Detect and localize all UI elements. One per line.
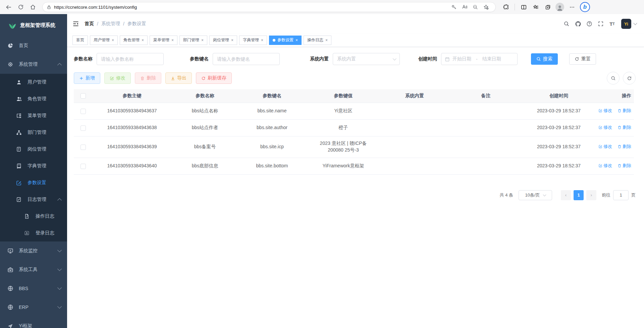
split-screen-icon[interactable] [518, 1, 530, 13]
select-all-checkbox[interactable] [80, 93, 86, 99]
row-edit-link[interactable]: 修改 [598, 124, 612, 130]
page-1-button[interactable]: 1 [574, 190, 584, 200]
tab-home[interactable]: 首页 [72, 36, 88, 45]
refresh-table-button[interactable] [623, 72, 636, 85]
param-name-input[interactable] [97, 53, 164, 65]
refresh-cache-button[interactable]: 刷新缓存 [196, 72, 232, 84]
prev-page-button[interactable]: ‹ [561, 190, 571, 200]
row-checkbox[interactable] [80, 164, 86, 169]
close-icon[interactable]: × [296, 38, 298, 43]
refresh-icon[interactable] [15, 1, 27, 13]
profile-avatar[interactable] [554, 1, 566, 13]
sidebar-item-post-mgmt[interactable]: 岗位管理 [0, 141, 67, 158]
row-delete-link[interactable]: 删除 [618, 108, 631, 114]
user-icon [16, 79, 23, 85]
page-size-select[interactable]: 10条/页 [519, 190, 552, 200]
close-icon[interactable]: × [171, 38, 174, 43]
sidebar-item-user-mgmt[interactable]: 用户管理 [0, 74, 67, 91]
sidebar-item-home[interactable]: 首页 [0, 36, 67, 55]
sidebar-item-system-monitor[interactable]: 系统监控 [0, 241, 67, 260]
sidebar-item-yi-framework[interactable]: Yi框架 [0, 317, 67, 328]
read-aloud-icon[interactable] [459, 3, 470, 11]
font-size-icon[interactable]: TT [606, 18, 618, 30]
lock-icon[interactable] [47, 5, 51, 10]
app-header: 首页 / 系统管理 / 参数设置 TT Yi [67, 14, 644, 34]
reset-button[interactable]: 重置 [569, 53, 596, 65]
back-icon[interactable] [3, 1, 15, 13]
favorites-bar-icon[interactable] [530, 1, 542, 13]
row-checkbox[interactable] [80, 145, 86, 150]
param-key-input[interactable] [213, 53, 280, 65]
close-icon[interactable]: × [201, 38, 204, 43]
sidebar-item-role-mgmt[interactable]: 角色管理 [0, 91, 67, 107]
row-checkbox[interactable] [80, 125, 86, 131]
sidebar-item-dict-mgmt[interactable]: 字典管理 [0, 158, 67, 174]
extensions-icon[interactable] [500, 1, 512, 13]
row-edit-link[interactable]: 修改 [598, 108, 612, 114]
yi-logo-avatar[interactable]: Yi [621, 19, 631, 29]
bing-chat-icon[interactable]: b [580, 2, 590, 12]
tab-operation-log[interactable]: 操作日志× [304, 36, 331, 45]
sidebar-item-system-mgmt[interactable]: 系统管理 [0, 55, 67, 74]
date-end-placeholder[interactable]: 结束日期 [482, 56, 501, 62]
close-icon[interactable]: × [325, 38, 328, 43]
breadcrumb-home[interactable]: 首页 [85, 21, 94, 27]
row-delete-link[interactable]: 删除 [618, 163, 631, 169]
github-icon[interactable] [572, 18, 584, 30]
breadcrumb-system[interactable]: 系统管理 [101, 21, 120, 27]
sidebar-item-menu-mgmt[interactable]: 菜单管理 [0, 107, 67, 124]
add-button[interactable]: 新增 [74, 72, 100, 84]
sidebar-item-login-log[interactable]: 登录日志 [0, 225, 67, 241]
toggle-search-button[interactable] [607, 72, 620, 85]
tab-post-mgmt[interactable]: 岗位管理× [209, 36, 237, 45]
tab-dict-mgmt[interactable]: 字典管理× [239, 36, 267, 45]
log-icon [16, 197, 23, 202]
key-icon[interactable] [448, 3, 459, 11]
sidebar-item-erp[interactable]: ERP [0, 298, 67, 317]
row-edit-link[interactable]: 修改 [598, 163, 612, 169]
home-icon[interactable] [27, 1, 39, 13]
row-delete-link[interactable]: 删除 [618, 144, 631, 150]
row-edit-link[interactable]: 修改 [598, 144, 612, 150]
sidebar-item-log-mgmt[interactable]: 日志管理 [0, 191, 67, 208]
next-page-button[interactable]: › [586, 190, 596, 200]
date-range-input[interactable]: 开始日期 - 结束日期 [441, 53, 518, 65]
app-logo[interactable]: 意框架管理系统 [0, 14, 67, 36]
url-text[interactable]: https://ccnetcore.com:1101/system/config [54, 5, 448, 10]
builtin-select[interactable]: 系统内置 [333, 53, 400, 65]
close-icon[interactable]: × [112, 38, 114, 43]
delete-button[interactable]: 删除 [135, 72, 161, 84]
collapse-sidebar-icon[interactable] [72, 20, 79, 27]
sidebar-item-param-settings[interactable]: 参数设置 [0, 174, 67, 191]
row-checkbox[interactable] [80, 109, 86, 114]
tab-role-mgmt[interactable]: 角色管理× [120, 36, 148, 45]
tab-dept-mgmt[interactable]: 部门管理× [179, 36, 207, 45]
add-favorite-icon[interactable] [481, 3, 491, 11]
sidebar-item-operation-log[interactable]: 操作日志 [0, 208, 67, 225]
tab-user-mgmt[interactable]: 用户管理× [90, 36, 118, 45]
sidebar-item-system-tools[interactable]: 系统工具 [0, 260, 67, 279]
export-button[interactable]: 导出 [165, 72, 192, 84]
close-icon[interactable]: × [231, 38, 233, 43]
collections-icon[interactable] [542, 1, 554, 13]
sidebar-item-bbs[interactable]: BBS [0, 279, 67, 298]
edit-button[interactable]: 修改 [104, 72, 131, 84]
tab-param-settings[interactable]: 参数设置× [269, 36, 302, 45]
goto-page-input[interactable] [613, 190, 629, 200]
chevron-down-icon[interactable] [633, 21, 637, 25]
fullscreen-icon[interactable] [595, 18, 606, 30]
address-bar[interactable]: https://ccnetcore.com:1101/system/config [42, 2, 496, 12]
date-start-placeholder[interactable]: 开始日期 [452, 56, 471, 62]
help-icon[interactable] [584, 18, 595, 30]
download-icon [171, 76, 175, 80]
zoom-out-icon[interactable] [470, 3, 481, 11]
close-icon[interactable]: × [261, 38, 263, 43]
row-delete-link[interactable]: 删除 [618, 124, 631, 130]
search-icon [536, 57, 541, 61]
search-icon[interactable] [561, 18, 572, 30]
close-icon[interactable]: × [142, 38, 144, 43]
search-button[interactable]: 搜索 [531, 53, 558, 65]
tab-menu-mgmt[interactable]: 菜单管理× [150, 36, 177, 45]
more-icon[interactable] [566, 1, 578, 13]
sidebar-item-dept-mgmt[interactable]: 部门管理 [0, 124, 67, 141]
